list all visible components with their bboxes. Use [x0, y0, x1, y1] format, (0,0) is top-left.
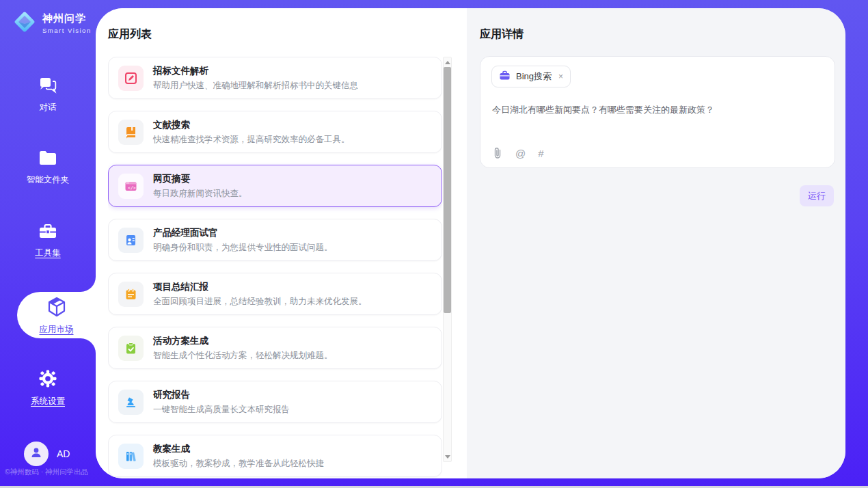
- question-input[interactable]: 今日湖北有哪些新闻要点？有哪些需要关注的最新政策？: [492, 103, 820, 117]
- triangle-up-icon: [445, 61, 450, 64]
- card-text: 研究报告一键智能生成高质量长文本研究报告: [153, 389, 290, 416]
- run-button[interactable]: 运行: [800, 185, 834, 206]
- brand-name: 神州问学: [42, 12, 92, 25]
- card-text: 文献搜索快速精准查找学术资源，提高研究效率的必备工具。: [153, 119, 350, 146]
- sidebar-item-label: 工具集: [35, 247, 61, 259]
- user-initials: AD: [57, 448, 70, 459]
- card-text: 项目总结汇报全面回顾项目进展，总结经验教训，助力未来优化发展。: [153, 281, 367, 308]
- card-title: 产品经理面试官: [153, 227, 333, 239]
- app-card[interactable]: </>网页摘要每日政府新闻资讯快查。: [108, 165, 442, 207]
- interview-icon: [118, 228, 144, 253]
- scroll-down-button[interactable]: [444, 452, 451, 461]
- card-description: 快速精准查找学术资源，提高研究效率的必备工具。: [153, 134, 350, 146]
- gear-icon: [38, 369, 57, 391]
- scrollbar[interactable]: [443, 57, 452, 462]
- card-title: 招标文件解析: [153, 65, 358, 77]
- avatar: [24, 442, 49, 466]
- books-icon: [118, 444, 144, 469]
- sidebar-item-label: 智能文件夹: [27, 174, 70, 186]
- user-profile[interactable]: AD: [24, 442, 70, 466]
- sidebar-item-label: 系统设置: [31, 396, 65, 407]
- card-description: 全面回顾项目进展，总结经验教训，助力未来优化发展。: [153, 296, 367, 308]
- sidebar-item-5[interactable]: 系统设置: [0, 369, 96, 407]
- tab-curve-top: [81, 277, 96, 292]
- card-description: 明确身份和职责，为您提供专业性的面试问题。: [153, 242, 333, 254]
- sidebar-item-2[interactable]: 智能文件夹: [0, 149, 96, 186]
- sidebar-item-label: 对话: [40, 102, 57, 113]
- triangle-down-icon: [445, 455, 450, 459]
- card-title: 教案生成: [153, 443, 324, 455]
- card-title: 项目总结汇报: [153, 281, 367, 293]
- folder-icon: [38, 149, 58, 170]
- card-text: 网页摘要每日政府新闻资讯快查。: [153, 173, 247, 200]
- app-detail-title: 应用详情: [480, 27, 524, 42]
- sidebar-item-3[interactable]: 工具集: [0, 222, 96, 259]
- report-note-icon: [118, 282, 144, 307]
- card-title: 活动方案生成: [153, 335, 333, 347]
- card-description: 智能生成个性化活动方案，轻松解决规划难题。: [153, 350, 333, 362]
- scrollbar-thumb[interactable]: [444, 67, 451, 313]
- sidebar-item-4[interactable]: 应用市场: [17, 292, 96, 338]
- tool-tag-label: Bing搜索: [516, 70, 552, 83]
- briefcase-icon: [499, 70, 511, 84]
- card-title: 网页摘要: [153, 173, 247, 185]
- card-text: 产品经理面试官明确身份和职责，为您提供专业性的面试问题。: [153, 227, 333, 254]
- card-title: 文献搜索: [153, 119, 350, 131]
- card-description: 帮助用户快速、准确地理解和解析招标书中的关键信息: [153, 80, 358, 92]
- research-icon: [118, 390, 144, 415]
- svg-text:</>: </>: [128, 185, 136, 190]
- sidebar-item-label: 应用市场: [40, 324, 74, 336]
- sidebar: 神州问学 Smart Vision 对话智能文件夹工具集应用市场系统设置 AD …: [0, 0, 96, 488]
- chat-icon: [38, 75, 58, 97]
- scroll-up-button[interactable]: [444, 57, 451, 67]
- book-icon: [118, 120, 144, 145]
- diamond-logo-icon: [12, 10, 37, 37]
- brand-logo: 神州问学 Smart Vision: [12, 10, 92, 37]
- user-avatar-icon: [29, 446, 43, 462]
- app-card-list: 招标文件解析帮助用户快速、准确地理解和解析招标书中的关键信息文献搜索快速精准查找…: [108, 57, 442, 478]
- app-list-title: 应用列表: [108, 27, 152, 42]
- app-card[interactable]: 研究报告一键智能生成高质量长文本研究报告: [108, 381, 442, 423]
- clipboard-check-icon: [118, 336, 144, 361]
- mention-icon[interactable]: @: [515, 148, 526, 159]
- sidebar-item-1[interactable]: 对话: [0, 75, 96, 113]
- app-card[interactable]: 活动方案生成智能生成个性化活动方案，轻松解决规划难题。: [108, 327, 442, 369]
- tab-curve-bottom: [81, 338, 96, 353]
- card-text: 教案生成模板驱动，教案秒成，教学准备从此轻松快捷: [153, 443, 324, 470]
- app-detail-panel: 应用详情 Bing搜索 × 今日湖北有哪些新闻要点？有哪些需要关注的最新政策？: [467, 8, 845, 478]
- edit-document-icon: [118, 66, 144, 91]
- card-text: 招标文件解析帮助用户快速、准确地理解和解析招标书中的关键信息: [153, 65, 358, 92]
- paperclip-icon[interactable]: [492, 147, 503, 159]
- card-description: 一键智能生成高质量长文本研究报告: [153, 404, 290, 416]
- web-window-icon: </>: [118, 174, 144, 199]
- app-card[interactable]: 项目总结汇报全面回顾项目进展，总结经验教训，助力未来优化发展。: [108, 273, 442, 315]
- toolbox-icon: [38, 222, 58, 243]
- close-icon[interactable]: ×: [558, 72, 563, 81]
- app-card[interactable]: 招标文件解析帮助用户快速、准确地理解和解析招标书中的关键信息: [108, 57, 442, 99]
- attachment-toolbar: @ #: [492, 147, 544, 159]
- topic-icon[interactable]: #: [538, 148, 543, 159]
- app-card[interactable]: 教案生成模板驱动，教案秒成，教学准备从此轻松快捷: [108, 435, 442, 477]
- sidebar-footer: ©神州数码 · 神州问学出品: [5, 467, 96, 477]
- app-card[interactable]: 产品经理面试官明确身份和职责，为您提供专业性的面试问题。: [108, 219, 442, 261]
- prompt-card: Bing搜索 × 今日湖北有哪些新闻要点？有哪些需要关注的最新政策？ @ #: [480, 56, 835, 168]
- card-title: 研究报告: [153, 389, 290, 401]
- tool-tag-bing-search[interactable]: Bing搜索 ×: [491, 66, 571, 87]
- card-description: 每日政府新闻资讯快查。: [153, 188, 247, 200]
- card-text: 活动方案生成智能生成个性化活动方案，轻松解决规划难题。: [153, 335, 333, 362]
- app-card[interactable]: 文献搜索快速精准查找学术资源，提高研究效率的必备工具。: [108, 111, 442, 153]
- app-list-panel: 应用列表 招标文件解析帮助用户快速、准确地理解和解析招标书中的关键信息文献搜索快…: [96, 8, 467, 478]
- content-panel: 应用列表 招标文件解析帮助用户快速、准确地理解和解析招标书中的关键信息文献搜索快…: [96, 8, 845, 478]
- brand-subtitle: Smart Vision: [42, 27, 92, 34]
- card-description: 模板驱动，教案秒成，教学准备从此轻松快捷: [153, 458, 324, 470]
- cube-icon: [45, 295, 68, 321]
